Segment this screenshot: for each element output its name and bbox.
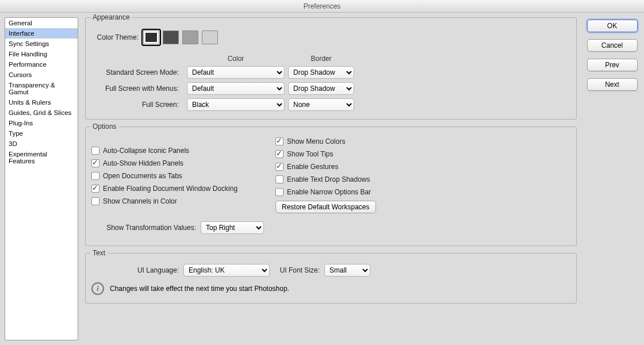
info-text: Changes will take effect the next time y… bbox=[110, 285, 289, 293]
checkbox-menu-colors[interactable]: Show Menu Colors bbox=[275, 137, 376, 145]
theme-swatch-1[interactable] bbox=[143, 30, 159, 44]
checkbox-auto-show[interactable]: Auto-Show Hidden Panels bbox=[91, 159, 264, 167]
sidebar-item-guides-grid-slices[interactable]: Guides, Grid & Slices bbox=[5, 108, 78, 118]
category-sidebar: General Interface Sync Settings File Han… bbox=[5, 17, 78, 340]
sidebar-item-file-handling[interactable]: File Handling bbox=[5, 49, 78, 59]
window-title: Preferences bbox=[0, 0, 644, 13]
sidebar-item-performance[interactable]: Performance bbox=[5, 59, 78, 70]
sidebar-item-interface[interactable]: Interface bbox=[5, 28, 78, 39]
sidebar-item-cursors[interactable]: Cursors bbox=[5, 70, 78, 80]
full-screen-color-select[interactable]: Black bbox=[187, 98, 285, 111]
sidebar-item-sync-settings[interactable]: Sync Settings bbox=[5, 39, 78, 49]
color-column-header: Color bbox=[187, 55, 285, 63]
sidebar-item-general[interactable]: General bbox=[5, 18, 78, 28]
full-screen-menus-color-select[interactable]: Default bbox=[187, 82, 285, 95]
text-legend: Text bbox=[90, 249, 108, 257]
sidebar-item-3d[interactable]: 3D bbox=[5, 139, 78, 149]
checkbox-tool-tips-label: Show Tool Tips bbox=[287, 150, 334, 158]
checkbox-channels-color-label: Show Channels in Color bbox=[103, 197, 177, 205]
sidebar-item-plug-ins[interactable]: Plug-Ins bbox=[5, 118, 78, 128]
cancel-button[interactable]: Cancel bbox=[587, 39, 638, 52]
checkbox-floating-docking[interactable]: Enable Floating Document Window Docking bbox=[91, 185, 264, 193]
main-panel: Appearance Color Theme: Color Border Sta… bbox=[83, 17, 580, 340]
ui-font-size-label: UI Font Size: bbox=[270, 266, 324, 274]
checkbox-channels-color[interactable]: Show Channels in Color bbox=[91, 197, 264, 205]
theme-swatch-3[interactable] bbox=[182, 30, 198, 44]
sidebar-item-type[interactable]: Type bbox=[5, 128, 78, 139]
full-screen-label: Full Screen: bbox=[91, 101, 183, 109]
full-screen-menus-label: Full Screen with Menus: bbox=[91, 85, 183, 93]
standard-screen-border-select[interactable]: Drop Shadow bbox=[288, 66, 354, 79]
checkbox-narrow-options-bar-label: Enable Narrow Options Bar bbox=[287, 188, 371, 196]
theme-swatch-2[interactable] bbox=[163, 30, 179, 44]
color-theme-swatches bbox=[143, 30, 218, 44]
dialog-body: General Interface Sync Settings File Han… bbox=[0, 13, 644, 345]
sidebar-item-units-rulers[interactable]: Units & Rulers bbox=[5, 97, 78, 108]
sidebar-item-transparency-gamut[interactable]: Transparency & Gamut bbox=[5, 80, 78, 97]
checkbox-text-drop-shadows[interactable]: Enable Text Drop Shadows bbox=[275, 175, 376, 183]
text-group: Text UI Language: English: UK UI Font Si… bbox=[85, 253, 577, 304]
info-icon: i bbox=[91, 282, 104, 295]
full-screen-menus-border-select[interactable]: Drop Shadow bbox=[288, 82, 354, 95]
appearance-legend: Appearance bbox=[90, 13, 132, 21]
sidebar-item-experimental-features[interactable]: Experimental Features bbox=[5, 149, 78, 166]
prev-button[interactable]: Prev bbox=[587, 59, 638, 71]
full-screen-border-select[interactable]: None bbox=[288, 98, 354, 111]
ui-font-size-select[interactable]: Small bbox=[324, 264, 370, 277]
checkbox-tool-tips[interactable]: Show Tool Tips bbox=[275, 150, 376, 158]
border-column-header: Border bbox=[288, 55, 354, 63]
ui-language-label: UI Language: bbox=[91, 266, 183, 274]
checkbox-text-drop-shadows-label: Enable Text Drop Shadows bbox=[287, 175, 370, 183]
next-button[interactable]: Next bbox=[587, 78, 638, 91]
ok-button[interactable]: OK bbox=[587, 20, 638, 32]
standard-screen-color-select[interactable]: Default bbox=[187, 66, 285, 79]
color-theme-label: Color Theme: bbox=[91, 33, 143, 41]
checkbox-open-tabs-label: Open Documents as Tabs bbox=[103, 172, 182, 180]
appearance-group: Appearance Color Theme: Color Border Sta… bbox=[85, 17, 577, 120]
checkbox-open-tabs[interactable]: Open Documents as Tabs bbox=[91, 172, 264, 180]
options-group: Options Auto-Collapse Iconic Panels Auto… bbox=[85, 126, 577, 246]
checkbox-narrow-options-bar[interactable]: Enable Narrow Options Bar bbox=[275, 188, 376, 196]
checkbox-auto-collapse[interactable]: Auto-Collapse Iconic Panels bbox=[91, 147, 264, 155]
show-transformation-values-select[interactable]: Top Right bbox=[201, 221, 264, 234]
restore-default-workspaces-button[interactable]: Restore Default Workspaces bbox=[275, 201, 376, 213]
checkbox-floating-docking-label: Enable Floating Document Window Docking bbox=[103, 185, 237, 193]
checkbox-gestures-label: Enable Gestures bbox=[287, 163, 338, 171]
theme-swatch-4[interactable] bbox=[202, 30, 218, 44]
show-transformation-values-label: Show Transformation Values: bbox=[91, 224, 201, 232]
options-legend: Options bbox=[90, 122, 118, 131]
ui-language-select[interactable]: English: UK bbox=[183, 264, 270, 277]
dialog-buttons: OK Cancel Prev Next bbox=[585, 17, 639, 340]
checkbox-auto-show-label: Auto-Show Hidden Panels bbox=[103, 159, 183, 167]
checkbox-menu-colors-label: Show Menu Colors bbox=[287, 137, 345, 145]
standard-screen-mode-label: Standard Screen Mode: bbox=[91, 68, 183, 76]
checkbox-gestures[interactable]: Enable Gestures bbox=[275, 163, 376, 171]
checkbox-auto-collapse-label: Auto-Collapse Iconic Panels bbox=[103, 147, 189, 155]
